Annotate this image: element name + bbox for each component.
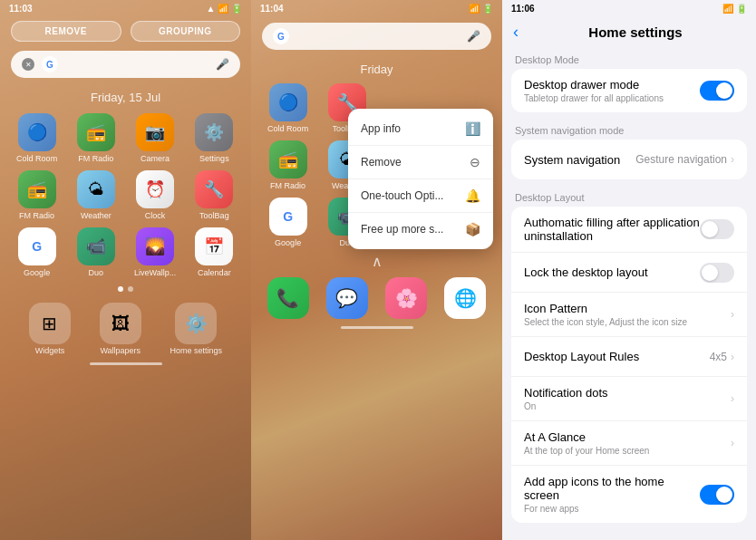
- p2-icon-coldroom: 🔵: [269, 83, 307, 121]
- app-label-google: Google: [24, 268, 50, 277]
- section-label-desktop-layout: Desktop Layout: [502, 187, 756, 207]
- dock-icon-messages: 💬: [326, 277, 368, 319]
- row-system-nav[interactable]: System navigation Gesture navigation ›: [511, 140, 747, 179]
- dock-widgets[interactable]: ⊞ Widgets: [29, 303, 71, 355]
- app-item-coldroom[interactable]: 🔵 Cold Room: [11, 113, 63, 163]
- at-a-glance-chevron: ›: [731, 437, 734, 449]
- app-item-camera[interactable]: 📷 Camera: [130, 113, 181, 163]
- dock-label-homesettings: Home settings: [170, 346, 223, 355]
- app-icon-calendar: 📅: [195, 227, 233, 265]
- home-indicator-2: [251, 323, 502, 334]
- p2-label-fmradio: FM Radio: [270, 181, 305, 190]
- back-button[interactable]: ‹: [513, 23, 519, 42]
- system-nav-title: System navigation: [524, 153, 635, 167]
- dock-icon-phone: 📞: [267, 277, 309, 319]
- drawer-mode-toggle[interactable]: [700, 81, 734, 101]
- app-item-weather[interactable]: 🌤 Weather: [70, 170, 121, 220]
- autofill-title: Authomatic filling after application uni…: [524, 216, 700, 243]
- at-a-glance-content: At A Glance At the top of your Home scre…: [524, 430, 731, 456]
- row-notif-dots[interactable]: Notification dots On ›: [511, 377, 747, 421]
- app-item-google[interactable]: G Google: [11, 227, 63, 277]
- app-label-weather: Weather: [81, 211, 111, 220]
- app-label-fmradio2: FM Radio: [19, 211, 54, 220]
- search-bar-2[interactable]: G 🎤: [262, 23, 491, 50]
- grouping-button[interactable]: GROUPING: [131, 21, 241, 42]
- remove-button[interactable]: REMOVE: [11, 21, 121, 42]
- p2-app-fmradio[interactable]: 📻 FM Radio: [262, 140, 314, 190]
- p2-app-coldroom[interactable]: 🔵 Cold Room: [262, 83, 314, 133]
- dock-icon-gallery: 🌸: [385, 277, 427, 319]
- settings-status-icons: 📶 🔋: [722, 4, 747, 14]
- system-nav-value: Gesture navigation: [635, 153, 727, 166]
- dock-phone[interactable]: 📞: [267, 277, 309, 319]
- app-item-livewallp[interactable]: 🌄 LiveWallp...: [130, 227, 181, 277]
- p2-icon-google: G: [269, 198, 307, 236]
- row-layout-rules[interactable]: Desktop Layout Rules 4x5 ›: [511, 337, 747, 377]
- settings-card-desktop-mode: Desktop drawer mode Tabletop drawer for …: [511, 69, 747, 112]
- context-onetouch[interactable]: One-touch Opti... 🔔: [348, 179, 493, 213]
- dock-gallery[interactable]: 🌸: [385, 277, 427, 319]
- row-add-app-icons[interactable]: Add app icons to the home screen For new…: [511, 466, 747, 523]
- layout-rules-value: 4x5: [710, 351, 727, 363]
- settings-time: 11:06: [511, 4, 535, 14]
- context-remove[interactable]: Remove ⊖: [348, 146, 493, 179]
- drawer-mode-subtitle: Tabletop drawer for all applications: [524, 93, 700, 103]
- app-icon-settings: ⚙️: [195, 113, 233, 151]
- dock-homesettings[interactable]: ⚙️ Home settings: [170, 303, 223, 355]
- row-drawer-mode[interactable]: Desktop drawer mode Tabletop drawer for …: [511, 69, 747, 112]
- icon-pattern-title: Icon Pattern: [524, 302, 731, 315]
- dock-label-wallpapers: Wallpapers: [100, 346, 141, 355]
- mic-icon[interactable]: 🎤: [216, 58, 229, 71]
- p2-app-google[interactable]: G Google: [262, 198, 314, 247]
- drawer-arrow[interactable]: ∧: [251, 251, 502, 272]
- add-app-icons-toggle[interactable]: [700, 485, 734, 505]
- status-icons-1: ▲ 📶 🔋: [207, 4, 242, 14]
- app-item-fmradio2[interactable]: 📻 FM Radio: [11, 170, 63, 220]
- context-appinfo-label: App info: [361, 122, 401, 135]
- app-grid-1: 🔵 Cold Room 📻 FM Radio 📷 Camera ⚙️ Setti…: [0, 108, 251, 283]
- close-icon[interactable]: ✕: [22, 58, 34, 71]
- row-at-a-glance[interactable]: At A Glance At the top of your Home scre…: [511, 421, 747, 466]
- lock-layout-content: Lock the desktop layout: [524, 265, 700, 279]
- mic-icon-2[interactable]: 🎤: [467, 30, 480, 43]
- context-onetouch-label: One-touch Opti...: [361, 189, 443, 202]
- app-icon-livewallp: 🌄: [136, 227, 174, 265]
- app-item-toolbag[interactable]: 🔧 ToolBag: [189, 170, 240, 220]
- app-item-clock[interactable]: ⏰ Clock: [130, 170, 181, 220]
- dock-icon-homesettings: ⚙️: [175, 303, 217, 344]
- context-freeup[interactable]: Free up more s... 📦: [348, 213, 493, 246]
- app-item-duo[interactable]: 📹 Duo: [70, 227, 121, 277]
- add-app-icons-content: Add app icons to the home screen For new…: [524, 475, 700, 514]
- row-autofill[interactable]: Authomatic filling after application uni…: [511, 207, 747, 253]
- context-remove-label: Remove: [361, 156, 402, 169]
- layout-rules-title: Desktop Layout Rules: [524, 350, 710, 363]
- widget-search-bar[interactable]: ✕ G 🎤: [11, 51, 240, 78]
- lock-layout-toggle[interactable]: [700, 263, 734, 283]
- notif-dots-content: Notification dots On: [524, 386, 731, 411]
- app-label-clock: Clock: [145, 211, 166, 220]
- dot-1: [118, 286, 123, 292]
- dock-wallpapers[interactable]: 🖼 Wallpapers: [100, 303, 141, 355]
- drawer-mode-content: Desktop drawer mode Tabletop drawer for …: [524, 78, 700, 103]
- app-item-settings[interactable]: ⚙️ Settings: [189, 113, 240, 163]
- freeup-icon: 📦: [465, 222, 480, 236]
- app-item-fmradio[interactable]: 📻 FM Radio: [70, 113, 121, 163]
- app-label-camera: Camera: [141, 154, 170, 163]
- app-item-calendar[interactable]: 📅 Calendar: [189, 227, 240, 277]
- app-label-settings: Settings: [199, 154, 229, 163]
- at-a-glance-title: At A Glance: [524, 430, 731, 444]
- row-icon-pattern[interactable]: Icon Pattern Select the icon style, Adju…: [511, 293, 747, 337]
- dock-chrome[interactable]: 🌐: [444, 277, 486, 319]
- app-icon-clock: ⏰: [136, 170, 174, 208]
- app-icon-fmradio: 📻: [77, 113, 115, 151]
- home-bar-1: [90, 362, 162, 365]
- row-lock-layout[interactable]: Lock the desktop layout: [511, 253, 747, 293]
- autofill-toggle[interactable]: [700, 219, 734, 239]
- settings-header: ‹ Home settings: [502, 17, 756, 49]
- context-freeup-label: Free up more s...: [361, 223, 443, 236]
- notif-dots-title: Notification dots: [524, 386, 731, 400]
- appinfo-icon: ℹ️: [465, 121, 480, 136]
- system-nav-chevron: ›: [731, 153, 734, 166]
- dock-messages[interactable]: 💬: [326, 277, 368, 319]
- context-appinfo[interactable]: App info ℹ️: [348, 112, 493, 146]
